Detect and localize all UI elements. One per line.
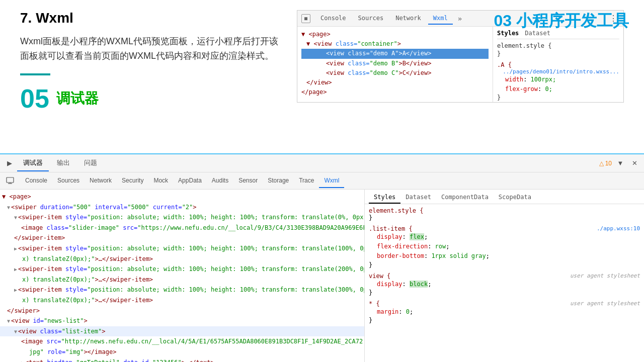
dt-tab-mock[interactable]: Mock [148, 174, 173, 188]
style-rule: .A {../pages/demo01/intro/intro.wxss... [497, 61, 619, 68]
devtools-tabs-row: Console Sources Network Security Mock Ap… [0, 172, 644, 190]
svg-rect-0 [7, 177, 14, 183]
style-decl-flex-direction: flex-direction: row; [369, 242, 640, 251]
preview-line: </page> [301, 87, 489, 97]
toolbar-close-icon[interactable]: ✕ [629, 158, 640, 169]
dt-tab-trace[interactable]: Trace [294, 174, 319, 188]
dt-tab-sources[interactable]: Sources [52, 174, 85, 188]
style-block-element: element.style { } [369, 207, 640, 221]
tree-line: ▶<swiper-item style="position: absolute;… [0, 264, 364, 275]
style-selector: element.style { [369, 207, 640, 214]
style-selector-view: view { user agent stylesheet [369, 273, 640, 280]
style-rule: } [497, 50, 619, 57]
style-decl: flex-grow: 0; [497, 84, 619, 94]
dt-tab-sensor[interactable]: Sensor [233, 174, 263, 188]
style-close: } [369, 289, 640, 296]
tree-line: ▼<view id="news-list"> [0, 316, 364, 326]
devtools-toolbar: ▶ 调试器 输出 问题 △ 10 ▼ ✕ [0, 154, 644, 172]
preview-inspect-icon[interactable]: ■ [301, 14, 310, 23]
tree-line: </swiper> [0, 306, 364, 316]
slide-divider [20, 73, 50, 75]
style-block-list-item: .list-item { ./app.wxss:10 display: flex… [369, 225, 640, 268]
tree-line: ▶<text bindtap="goToDetail" data-id="123… [0, 357, 364, 363]
slide-desc: Wxml面板是小程序的WXML代码预览面板，运行小程序后打开该面板就可以查看当前… [20, 34, 287, 63]
tree-line: ▶<swiper-item style="position: absolute;… [0, 243, 364, 254]
preview-wxml-tree: ▼ <page> ▼ <view class="container"> <vie… [297, 27, 493, 102]
tree-line: x) translateZ(0px);">…</swiper-item> [0, 295, 364, 306]
style-decl-margin: margin: 0; [369, 307, 640, 317]
style-selector-star: * { user agent stylesheet [369, 300, 640, 307]
slide-label: 调试器 [56, 89, 99, 108]
toolbar-tab-debugger[interactable]: 调试器 [17, 155, 49, 171]
preview-line: <view class="demo B">B</view> [301, 59, 489, 68]
tree-line: <image class="slider-image" src="https:/… [0, 223, 364, 233]
dt-tab-audits[interactable]: Audits [207, 174, 233, 188]
tree-line: ▼ <page> [0, 192, 364, 202]
toolbar-expand-icon[interactable]: ▶ [4, 158, 15, 169]
style-decl-display: display: flex; [369, 232, 640, 242]
toolbar-tab-output[interactable]: 输出 [51, 155, 76, 171]
tree-line: ▶<swiper-item style="position: absolute;… [0, 285, 364, 295]
tree-line: </swiper-item> [0, 233, 364, 243]
inspect-element-icon[interactable] [4, 175, 16, 187]
preview-line: <view class="demo C">C</view> [301, 68, 489, 78]
styles-panel: Styles Dataset ComponentData ScopeData e… [365, 190, 644, 362]
preview-content: ▼ <page> ▼ <view class="container"> <vie… [297, 27, 623, 102]
preview-line-selected: <view class="demo A">A</view> [301, 49, 489, 58]
tree-line: <image src="http://news.nefu.edu.cn/__lo… [0, 336, 364, 347]
style-block-element: element.style { } [497, 42, 619, 57]
preview-line: ▼ <page> [301, 30, 489, 39]
sp-tab-componentdata[interactable]: ComponentData [436, 192, 494, 204]
sp-tab-scopedata[interactable]: ScopeData [494, 192, 536, 204]
tree-line: x) translateZ(0px);">…</swiper-item> [0, 275, 364, 285]
slide-number: 05 [20, 83, 49, 114]
sp-tab-dataset[interactable]: Dataset [400, 192, 436, 204]
devtools-panel: ▶ 调试器 输出 问题 △ 10 ▼ ✕ Console Sources Net… [0, 153, 644, 362]
devtools-main: ▼ <page> ▼<swiper duration="500" interva… [0, 190, 644, 362]
style-decl-view-display: display: block; [369, 280, 640, 289]
toolbar-tab-issues[interactable]: 问题 [78, 155, 103, 171]
toolbar-right: △ 10 ▼ ✕ [599, 158, 640, 169]
warning-icon: △ [599, 160, 604, 167]
preview-line: ▼ <view class="container"> [301, 39, 489, 49]
dt-tab-appdata[interactable]: AppData [173, 174, 207, 188]
preview-tab-network[interactable]: Network [390, 13, 426, 25]
styles-panel-tabs: Styles Dataset ComponentData ScopeData [365, 190, 644, 204]
tree-line: jpg" role="img"></image> [0, 347, 364, 357]
slide-area: 7. Wxml Wxml面板是小程序的WXML代码预览面板，运行小程序后打开该面… [0, 0, 644, 153]
toolbar-arrow-down[interactable]: ▼ [615, 158, 626, 169]
preview-tab-console[interactable]: Console [315, 13, 351, 25]
style-block-star-ua: * { user agent stylesheet margin: 0; } [369, 300, 640, 324]
dt-tab-security[interactable]: Security [117, 174, 148, 188]
slide-title: 7. Wxml [20, 10, 287, 26]
style-close: } [369, 317, 640, 324]
style-decl-border-bottom: border-bottom: 1rpx solid gray; [369, 251, 640, 261]
slide-left: 7. Wxml Wxml面板是小程序的WXML代码预览面板，运行小程序后打开该面… [20, 10, 297, 148]
watermark: 03 小程序开发工具 [494, 10, 629, 32]
preview-styles-panel: Styles Dataset element.style { } .A {../… [493, 27, 623, 102]
slide-number-row: 05 调试器 [20, 83, 287, 114]
style-rule: element.style { [497, 42, 619, 49]
preview-tab-sources[interactable]: Sources [353, 13, 389, 25]
preview-tab-wxml[interactable]: Wxml [428, 13, 453, 25]
wxml-tree-panel: ▼ <page> ▼<swiper duration="500" interva… [0, 190, 365, 362]
style-selector-list-item: .list-item { ./app.wxss:10 [369, 225, 640, 232]
tree-line: ▼<swiper duration="500" interval="5000" … [0, 202, 364, 213]
dt-tab-storage[interactable]: Storage [263, 174, 294, 188]
warning-count: 10 [605, 160, 612, 167]
styles-content: element.style { } .list-item { ./app.wxs… [365, 204, 644, 362]
dt-tab-network[interactable]: Network [85, 174, 117, 188]
dt-tab-wxml[interactable]: Wxml [319, 174, 344, 188]
tree-line: x) translateZ(0px);">…</swiper-item> [0, 254, 364, 264]
dt-tab-console[interactable]: Console [20, 174, 52, 188]
preview-tab-more[interactable]: » [455, 13, 465, 25]
style-close: } [369, 261, 640, 268]
preview-line: </view> [301, 78, 489, 87]
style-block-a: .A {../pages/demo01/intro/intro.wxss... … [497, 61, 619, 101]
style-block-view-ua: view { user agent stylesheet display: bl… [369, 273, 640, 296]
warning-badge: △ 10 [599, 160, 612, 167]
sp-tab-styles[interactable]: Styles [369, 192, 400, 204]
style-close: } [369, 214, 640, 221]
tree-line-highlighted: ▼<view class="list-item"> [0, 326, 364, 337]
tree-line: ▼<swiper-item style="position: absolute;… [0, 212, 364, 223]
